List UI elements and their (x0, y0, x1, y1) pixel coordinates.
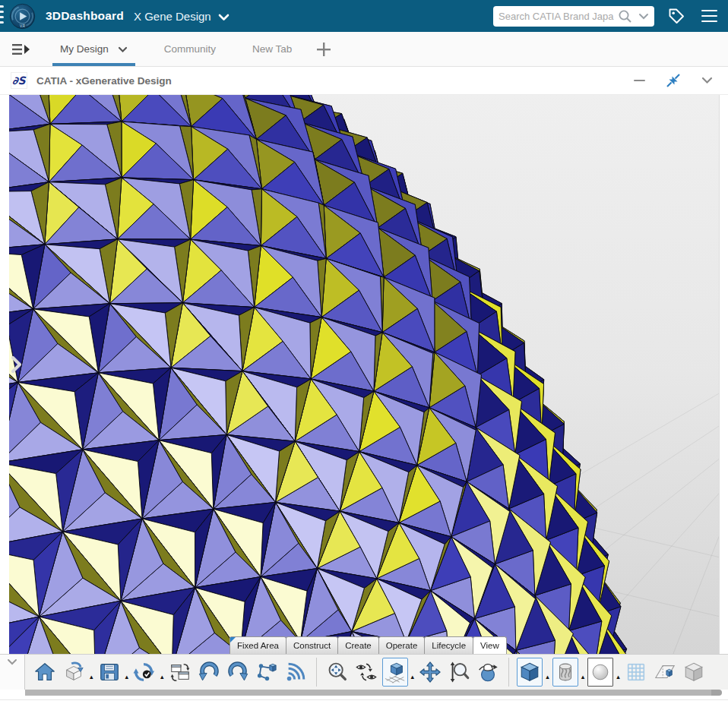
search-scope-chevron-icon[interactable] (638, 13, 649, 20)
tab-my-design-label: My Design (60, 43, 109, 55)
context-title: X Gene Design (134, 10, 211, 23)
look-at-button[interactable] (353, 658, 379, 687)
dropdown-arrow-icon[interactable]: ▴ (160, 673, 164, 680)
zoom-fit-icon (326, 661, 349, 683)
vtab-create[interactable]: Create (337, 636, 379, 654)
vtab-view[interactable]: View (473, 636, 507, 654)
design-graph-button[interactable] (254, 658, 280, 687)
toolbar-scrollbar (0, 690, 728, 696)
toolbar-separator (316, 658, 317, 687)
tab-community[interactable]: Community (157, 32, 223, 66)
viewport-3d: Fixed Area Construct Create Operate Life… (0, 95, 728, 654)
vtab-operate[interactable]: Operate (378, 636, 426, 654)
model-canvas[interactable] (9, 95, 719, 654)
viewport-tab-strip: Fixed Area Construct Create Operate Life… (230, 636, 507, 654)
share-rss-icon (284, 661, 307, 683)
menu-icon[interactable] (701, 10, 717, 23)
rotate-button[interactable] (475, 658, 501, 687)
search-icon[interactable] (618, 9, 632, 24)
search-box[interactable] (493, 6, 654, 27)
window-footer (0, 696, 728, 704)
left-edge-menu-indicator (0, 5, 4, 24)
zoom-icon (448, 661, 470, 683)
environment-button[interactable] (587, 658, 613, 687)
look-at-eyes-icon (355, 661, 378, 683)
window-title: CATIA - xGenerative Design (36, 75, 172, 87)
scrollbar-end-cap (711, 690, 722, 696)
add-tab-button[interactable] (316, 42, 331, 57)
redo-button[interactable] (225, 658, 251, 687)
extra-cube-button[interactable] (681, 658, 707, 687)
collapse-window-icon[interactable] (666, 73, 681, 88)
tab-new-tab[interactable]: New Tab (245, 32, 299, 66)
dropdown-arrow-icon[interactable]: ▴ (411, 673, 415, 680)
grid-toggle-button[interactable] (623, 658, 649, 687)
undo-button[interactable] (196, 658, 222, 687)
dropdown-arrow-icon[interactable]: ▴ (546, 673, 549, 680)
swap-windows-button[interactable] (167, 658, 193, 687)
materials-view-button[interactable] (552, 658, 578, 687)
tag-button[interactable] (667, 7, 685, 25)
vtab-fixed-area[interactable]: Fixed Area (229, 636, 286, 654)
tab-dropdown-chevron-icon[interactable] (118, 46, 128, 53)
dropdown-arrow-icon[interactable]: ▴ (616, 673, 620, 680)
iso-view-button[interactable] (382, 658, 408, 687)
tab-flag-icon (230, 637, 236, 642)
zoom-fit-button[interactable] (324, 658, 350, 687)
dassault-3ds-logo: ∂S (11, 72, 27, 89)
pan-button[interactable] (417, 658, 443, 687)
home-icon (33, 661, 56, 683)
zoom-button[interactable] (446, 658, 472, 687)
page: V.R 3DDashboard X Gene Design (0, 0, 728, 704)
save-button[interactable] (97, 658, 122, 687)
bottom-toolbar: ▴ ▴ (0, 654, 728, 690)
design-graph-icon (255, 661, 278, 683)
vtab-lifecycle[interactable]: Lifecycle (424, 636, 473, 654)
save-icon (98, 661, 121, 683)
tab-my-design[interactable]: My Design (52, 32, 135, 66)
search-input[interactable] (499, 11, 618, 22)
scrollbar-thumb[interactable] (25, 690, 711, 696)
shaded-view-button[interactable] (517, 658, 543, 687)
redo-icon (226, 661, 249, 683)
shaded-cube-icon (518, 661, 541, 683)
vtab-construct[interactable]: Construct (286, 636, 338, 654)
compass-logo-icon[interactable]: V.R (9, 3, 36, 30)
sidebar-toggle-icon[interactable] (11, 43, 31, 56)
section-button[interactable] (652, 658, 678, 687)
chevron-down-icon (7, 658, 17, 665)
logo-caption: V.R (20, 24, 26, 27)
top-header: V.R 3DDashboard X Gene Design (0, 0, 728, 32)
swap-windows-icon (169, 661, 191, 683)
tag-icon (667, 7, 685, 25)
new-content-button[interactable] (61, 658, 87, 687)
new-content-box-icon (62, 661, 85, 683)
section-plane-icon (654, 661, 676, 683)
rotate-turn-icon (476, 661, 499, 683)
panel-expand-chevron-icon[interactable] (10, 355, 24, 374)
update-button[interactable] (131, 658, 157, 687)
dropdown-arrow-icon[interactable]: ▴ (581, 673, 585, 680)
environment-sphere-icon (589, 661, 612, 683)
share-button[interactable] (283, 658, 309, 687)
app-window-titlebar: ∂S CATIA - xGenerative Design (0, 67, 728, 95)
gray-cube-icon (682, 661, 705, 683)
window-more-chevron-icon[interactable] (701, 77, 713, 84)
iso-view-cube-icon (384, 661, 407, 683)
dropdown-arrow-icon[interactable]: ▴ (125, 673, 129, 680)
textured-cylinder-icon (554, 661, 577, 683)
toolbar-separator (508, 658, 509, 687)
undo-icon (198, 661, 220, 683)
dashboard-tab-bar: My Design Community New Tab (0, 32, 728, 67)
toolbar-tools: ▴ ▴ (25, 655, 728, 690)
context-dropdown-chevron-icon[interactable] (218, 14, 229, 21)
grid-icon (625, 661, 647, 683)
update-sync-icon (133, 661, 156, 683)
toolbar-collapse-button[interactable] (0, 655, 25, 690)
app-title[interactable]: 3DDashboard (46, 9, 124, 23)
minimize-button[interactable] (634, 80, 645, 81)
pan-icon (419, 661, 442, 683)
home-button[interactable] (32, 658, 58, 687)
dropdown-arrow-icon[interactable]: ▴ (90, 673, 93, 680)
plus-icon (316, 42, 331, 57)
